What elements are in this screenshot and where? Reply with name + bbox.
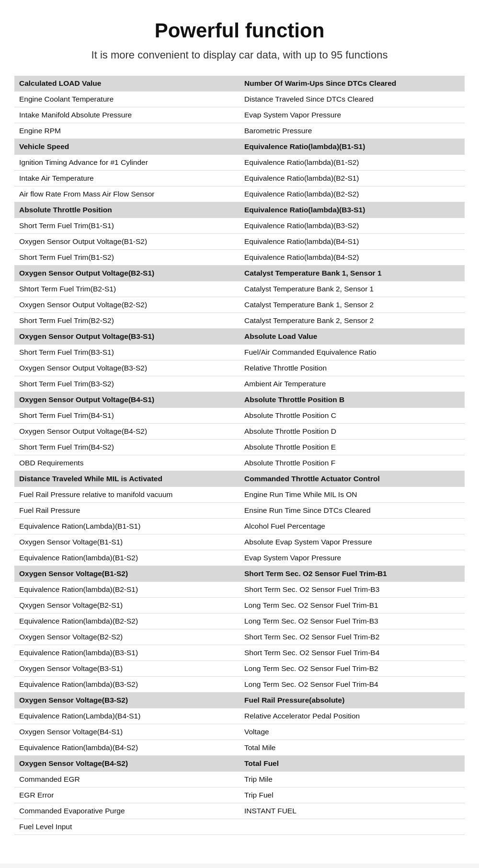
- table-cell-right: Equivalence Ratio(lambda)(B3-S1): [240, 202, 465, 218]
- table-cell-left: Oxygen Sensor Output Voltage(B3-S2): [14, 360, 240, 376]
- table-row: Air flow Rate From Mass Air Flow SensorE…: [14, 186, 465, 202]
- table-row: Oxygen Sensor Output Voltage(B2-S1)Catal…: [14, 266, 465, 281]
- table-row: Oxygen Sensor Output Voltage(B4-S1)Absol…: [14, 392, 465, 408]
- table-row: Short Term Fuel Trim(B1-S1)Equivalence R…: [14, 218, 465, 234]
- table-cell-right: Equivalence Ratio(lambda)(B1-S1): [240, 139, 465, 155]
- table-row: Short Term Fuel Trim(B3-S1)Fuel/Air Comm…: [14, 345, 465, 360]
- table-cell-right: Total Fuel: [240, 756, 465, 772]
- table-cell-right: Ensine Run Time Since DTCs Cleared: [240, 503, 465, 519]
- table-cell-left: Oxygen Sensor Voltage(B3-S2): [14, 693, 240, 708]
- table-cell-right: Long Term Sec. O2 Sensor Fuel Trim-B1: [240, 598, 465, 613]
- table-cell-left: Oxygen Sensor Output Voltage(B3-S1): [14, 329, 240, 345]
- table-cell-left: Oxygen Sensor Voltage(B2-S2): [14, 629, 240, 645]
- table-cell-right: Barometric Pressure: [240, 123, 465, 139]
- table-cell-left: Ignition Timing Advance for #1 Cylinder: [14, 155, 240, 171]
- table-cell-right: INSTANT FUEL: [240, 803, 465, 819]
- table-cell-left: Short Term Fuel Trim(B3-S1): [14, 345, 240, 360]
- table-cell-left: Intake Manifold Absolute Pressure: [14, 107, 240, 123]
- table-cell-right: Catalyst Temperature Bank 1, Sensor 1: [240, 266, 465, 281]
- table-cell-right: Equivalence Ratio(lambda)(B2-S2): [240, 186, 465, 202]
- table-cell-right: Absolute Load Value: [240, 329, 465, 345]
- table-cell-left: Oxygen Sensor Voltage(B3-S1): [14, 661, 240, 677]
- table-cell-right: Short Term Sec. O2 Sensor Fuel Trim-B2: [240, 629, 465, 645]
- table-row: Oxygen Sensor Voltage(B2-S2)Short Term S…: [14, 629, 465, 645]
- table-cell-left: Engine Coolant Temperature: [14, 92, 240, 107]
- table-cell-left: Oxygen Sensor Output Voltage(B2-S1): [14, 266, 240, 281]
- table-cell-right: Voltage: [240, 724, 465, 740]
- table-cell-left: Oxygen Sensor Voltage(B1-S1): [14, 534, 240, 550]
- table-cell-right: Short Term Sec. O2 Sensor Fuel Trim-B3: [240, 582, 465, 598]
- table-cell-right: Long Term Sec. O2 Sensor Fuel Trim-B3: [240, 613, 465, 629]
- table-cell-left: Equivalence Ration(lambda)(B2-S1): [14, 582, 240, 598]
- table-cell-right: Engine Run Time While MIL Is ON: [240, 487, 465, 503]
- table-row: Equivalence Ration(lambda)(B3-S2)Long Te…: [14, 677, 465, 693]
- table-cell-left: Short Term Fuel Trim(B1-S2): [14, 250, 240, 266]
- table-row: Equivalence Ration(lambda)(B2-S2)Long Te…: [14, 613, 465, 629]
- table-cell-left: Equivalence Ration(lambda)(B3-S1): [14, 645, 240, 661]
- table-cell-right: Absolute Throttle Position C: [240, 408, 465, 424]
- table-cell-left: Fuel Rail Pressure relative to manifold …: [14, 487, 240, 503]
- table-cell-right: Relative Throttle Position: [240, 360, 465, 376]
- table-cell-left: Short Term Fuel Trim(B4-S1): [14, 408, 240, 424]
- table-cell-right: Equivalence Ratio(lambda)(B4-S2): [240, 250, 465, 266]
- table-row: EGR ErrorTrip Fuel: [14, 787, 465, 803]
- table-row: Calculated LOAD ValueNumber Of Warim-Ups…: [14, 76, 465, 92]
- table-cell-right: Trip Fuel: [240, 787, 465, 803]
- table-cell-right: Evap System Vapor Pressure: [240, 107, 465, 123]
- page: Powerful function It is more convenient …: [0, 0, 479, 864]
- table-cell-left: Oxygen Sensor Output Voltage(B2-S2): [14, 297, 240, 313]
- table-row: Engine RPMBarometric Pressure: [14, 123, 465, 139]
- table-cell-right: Equivalence Ratio(lambda)(B3-S2): [240, 218, 465, 234]
- table-cell-right: Trip Mile: [240, 772, 465, 787]
- table-cell-right: Short Term Sec. O2 Sensor Fuel Trim-B1: [240, 566, 465, 582]
- table-row: Fuel Rail PressureEnsine Run Time Since …: [14, 503, 465, 519]
- table-row: Distance Traveled While MIL is Activated…: [14, 471, 465, 487]
- table-cell-right: Equivalence Ratio(lambda)(B1-S2): [240, 155, 465, 171]
- table-cell-right: Short Term Sec. O2 Sensor Fuel Trim-B4: [240, 645, 465, 661]
- functions-table: Calculated LOAD ValueNumber Of Warim-Ups…: [14, 76, 465, 835]
- table-cell-left: Oxygen Sensor Output Voltage(B1-S2): [14, 234, 240, 250]
- table-cell-left: Equivalence Ration(lambda)(B4-S2): [14, 740, 240, 756]
- table-cell-right: Ambient Air Temperature: [240, 376, 465, 392]
- table-row: Ignition Timing Advance for #1 CylinderE…: [14, 155, 465, 171]
- table-cell-right: Catalyst Temperature Bank 2, Sensor 1: [240, 281, 465, 297]
- table-row: Intake Air TemperatureEquivalence Ratio(…: [14, 171, 465, 186]
- table-cell-left: Engine RPM: [14, 123, 240, 139]
- table-cell-left: EGR Error: [14, 787, 240, 803]
- table-row: Oxygen Sensor Voltage(B1-S1)Absolute Eva…: [14, 534, 465, 550]
- table-row: Oxygen Sensor Output Voltage(B2-S2)Catal…: [14, 297, 465, 313]
- table-cell-right: Fuel/Air Commanded Equivalence Ratio: [240, 345, 465, 360]
- table-cell-right: Absolute Throttle Position F: [240, 455, 465, 471]
- table-cell-left: Fuel Rail Pressure: [14, 503, 240, 519]
- table-cell-right: Catalyst Temperature Bank 2, Sensor 2: [240, 313, 465, 329]
- table-cell-left: Equivalence Ration(Lambda)(B1-S1): [14, 519, 240, 534]
- table-cell-left: Equivalence Ration(lambda)(B2-S2): [14, 613, 240, 629]
- table-row: Short Term Fuel Trim(B3-S2)Ambient Air T…: [14, 376, 465, 392]
- table-cell-left: Shtort Term Fuel Trim(B2-S1): [14, 281, 240, 297]
- table-cell-right: Distance Traveled Since DTCs Cleared: [240, 92, 465, 107]
- table-row: Short Term Fuel Trim(B2-S2)Catalyst Temp…: [14, 313, 465, 329]
- table-row: Equivalence Ration(lambda)(B3-S1)Short T…: [14, 645, 465, 661]
- table-cell-left: Calculated LOAD Value: [14, 76, 240, 92]
- table-cell-left: Equivalence Ration(Lambda)(B4-S1): [14, 708, 240, 724]
- table-cell-left: Fuel Level Input: [14, 819, 240, 835]
- table-row: Oxygen Sensor Voltage(B3-S1)Long Term Se…: [14, 661, 465, 677]
- table-cell-right: Absolute Throttle Position E: [240, 440, 465, 455]
- table-cell-left: Oxygen Sensor Voltage(B1-S2): [14, 566, 240, 582]
- table-row: Fuel Level Input: [14, 819, 465, 835]
- table-cell-right: Alcohol Fuel Percentage: [240, 519, 465, 534]
- table-cell-right: Long Term Sec. O2 Sensor Fuel Trim-B4: [240, 677, 465, 693]
- table-row: Short Term Fuel Trim(B4-S1)Absolute Thro…: [14, 408, 465, 424]
- table-cell-right: Absolute Throttle Position B: [240, 392, 465, 408]
- table-row: OBD RequirementsAbsolute Throttle Positi…: [14, 455, 465, 471]
- table-cell-left: Distance Traveled While MIL is Activated: [14, 471, 240, 487]
- table-row: Oxygen Sensor Voltage(B4-S2)Total Fuel: [14, 756, 465, 772]
- table-cell-left: Intake Air Temperature: [14, 171, 240, 186]
- table-row: Equivalence Ration(lambda)(B1-S2)Evap Sy…: [14, 550, 465, 566]
- table-cell-left: Oxygen Sensor Voltage(B4-S2): [14, 756, 240, 772]
- table-cell-left: Qxygen Sensor Voltage(B2-S1): [14, 598, 240, 613]
- page-subtitle: It is more convenient to display car dat…: [14, 49, 465, 61]
- table-row: Equivalence Ration(Lambda)(B4-S1)Relativ…: [14, 708, 465, 724]
- table-row: Commanded EGRTrip Mile: [14, 772, 465, 787]
- table-cell-left: Commanded Evaporative Purge: [14, 803, 240, 819]
